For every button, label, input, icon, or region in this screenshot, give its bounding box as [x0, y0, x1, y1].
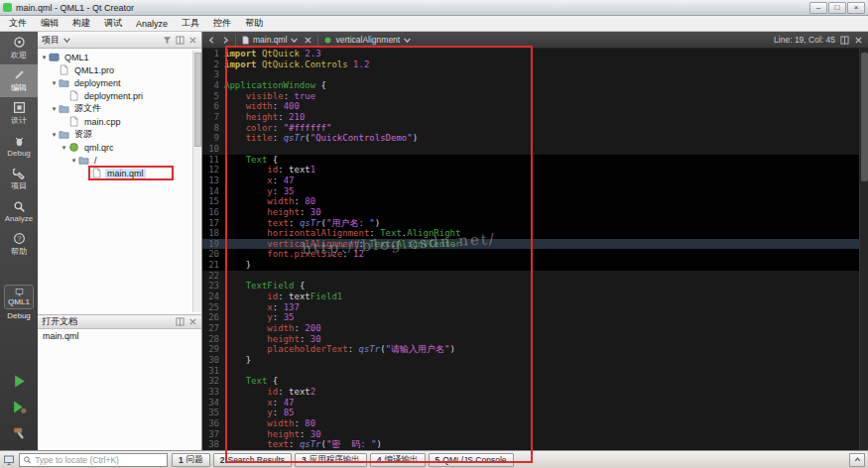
- menu-item-4[interactable]: Analyze: [129, 18, 175, 30]
- code-line-7[interactable]: 7 height: 210: [202, 112, 868, 123]
- code-line-26[interactable]: 26 y: 35: [202, 312, 868, 323]
- code-line-18[interactable]: 18 horizontalAlignment: Text.AlignRight: [202, 228, 868, 239]
- code-line-24[interactable]: 24 id: textField1: [202, 292, 868, 302]
- expand-output-button[interactable]: [849, 453, 865, 467]
- tree-item-main.cpp[interactable]: main.cpp: [38, 115, 201, 128]
- code-line-37[interactable]: 37 height: 30: [202, 429, 868, 440]
- close-editor-icon[interactable]: [854, 36, 863, 45]
- split-editor-icon[interactable]: [840, 36, 849, 45]
- maximize-button[interactable]: □: [828, 2, 846, 14]
- expand-arrow-icon[interactable]: ▾: [50, 131, 59, 138]
- code-line-1[interactable]: 1import QtQuick 2.3: [202, 49, 868, 59]
- code-line-27[interactable]: 27 width: 200: [202, 323, 868, 334]
- code-line-35[interactable]: 35 y: 85: [202, 408, 868, 418]
- mode-welcome[interactable]: 欢迎: [0, 32, 38, 64]
- build-button[interactable]: [12, 425, 27, 440]
- menu-item-6[interactable]: 控件: [206, 16, 238, 31]
- tree-item-资源[interactable]: ▾资源: [38, 128, 201, 141]
- code-line-32[interactable]: 32 Text {: [202, 376, 868, 387]
- pane-button-qml-js-console[interactable]: 5QML/JS Console: [429, 453, 514, 467]
- code-line-23[interactable]: 23 TextField {: [202, 281, 868, 292]
- menu-item-1[interactable]: 编辑: [34, 16, 65, 31]
- open-doc-main.qml[interactable]: main.qml: [38, 329, 201, 342]
- tree-item-main.qml[interactable]: main.qml: [38, 167, 201, 179]
- split-panel-icon[interactable]: [176, 36, 185, 45]
- menu-item-7[interactable]: 帮助: [238, 16, 270, 31]
- close-document-icon[interactable]: [304, 36, 312, 45]
- debug-run-button[interactable]: [12, 400, 27, 414]
- close-panel-icon[interactable]: [188, 317, 197, 326]
- code-line-13[interactable]: 13 x: 47: [202, 176, 868, 186]
- pane-button-application-output[interactable]: 3应用程序输出: [295, 453, 367, 467]
- tree-item-deployment.pri[interactable]: deployment.pri: [38, 89, 201, 102]
- code-line-29[interactable]: 29 placeholderText: qsTr("请输入用户名"): [202, 344, 868, 355]
- code-line-38[interactable]: 38 text: qsTr("密 码: "): [202, 439, 868, 450]
- menu-item-5[interactable]: 工具: [175, 16, 206, 31]
- run-button[interactable]: [12, 374, 27, 389]
- code-line-11[interactable]: 11 Text {: [202, 155, 868, 166]
- code-line-17[interactable]: 17 text: qsTr("用户名: "): [202, 218, 868, 229]
- expand-arrow-icon[interactable]: ▾: [40, 54, 49, 60]
- close-button[interactable]: ×: [847, 2, 865, 14]
- kit-selector[interactable]: QML1 Debug: [0, 285, 38, 320]
- close-panel-icon[interactable]: [188, 36, 197, 45]
- mode-projects[interactable]: 项目: [0, 163, 38, 195]
- forward-icon[interactable]: [221, 36, 230, 45]
- tree-scrollbar[interactable]: [192, 51, 201, 312]
- tree-scrollbar-thumb[interactable]: [194, 53, 201, 147]
- code-line-3[interactable]: 3: [202, 69, 868, 80]
- code-line-22[interactable]: 22: [202, 271, 868, 282]
- code-line-15[interactable]: 15 width: 80: [202, 196, 868, 207]
- tree-item-deployment[interactable]: ▾deployment: [38, 76, 201, 89]
- code-line-8[interactable]: 8 color: "#ffffff": [202, 123, 868, 134]
- code-line-36[interactable]: 36 width: 80: [202, 418, 868, 429]
- editor-scrollbar[interactable]: [859, 49, 868, 450]
- minimize-button[interactable]: –: [809, 2, 827, 14]
- code-line-21[interactable]: 21 }: [202, 260, 868, 271]
- locator-input[interactable]: [35, 455, 164, 465]
- tree-item-源文件[interactable]: ▾源文件: [38, 102, 201, 115]
- code-line-16[interactable]: 16 height: 30: [202, 207, 868, 218]
- menu-item-2[interactable]: 构建: [65, 16, 97, 31]
- code-line-30[interactable]: 30 }: [202, 355, 868, 366]
- open-file-combo[interactable]: main.qml: [241, 35, 299, 45]
- code-line-28[interactable]: 28 height: 30: [202, 334, 868, 345]
- code-line-31[interactable]: 31: [202, 366, 868, 377]
- code-line-4[interactable]: 4ApplicationWindow {: [202, 80, 868, 91]
- mode-design[interactable]: 设计: [0, 97, 38, 130]
- code-line-5[interactable]: 5 visible: true: [202, 91, 868, 102]
- filter-icon[interactable]: [163, 36, 172, 45]
- expand-arrow-icon[interactable]: ▾: [69, 157, 78, 164]
- mode-debug[interactable]: Debug: [0, 130, 38, 163]
- split-panel-icon[interactable]: [176, 317, 185, 326]
- code-line-14[interactable]: 14 y: 35: [202, 186, 868, 197]
- code-line-2[interactable]: 2import QtQuick.Controls 1.2: [202, 59, 868, 70]
- mode-help[interactable]: ?帮助: [0, 228, 38, 261]
- code-line-6[interactable]: 6 width: 400: [202, 101, 868, 112]
- expand-arrow-icon[interactable]: ▾: [50, 79, 59, 86]
- code-line-10[interactable]: 10: [202, 144, 868, 155]
- pane-button-issues[interactable]: 1问题: [172, 453, 210, 467]
- tree-item-QML1[interactable]: ▾QML1: [38, 51, 201, 63]
- code-line-33[interactable]: 33 id: text2: [202, 387, 868, 398]
- pane-button-search-results[interactable]: 2Search Results: [213, 453, 292, 467]
- mode-edit[interactable]: 编辑: [0, 64, 38, 97]
- code-line-20[interactable]: 20 font.pixelSize: 12: [202, 249, 868, 260]
- pane-button-compile-output[interactable]: 4编译输出: [370, 453, 426, 467]
- tree-item-QML1.pro[interactable]: QML1.pro: [38, 63, 201, 76]
- code-line-25[interactable]: 25 x: 137: [202, 302, 868, 313]
- menu-item-0[interactable]: 文件: [2, 16, 34, 31]
- tree-item-qml.qrc[interactable]: ▾qml.qrc: [38, 141, 201, 154]
- menu-item-3[interactable]: 调试: [97, 16, 129, 31]
- output-monitor-icon[interactable]: [3, 454, 15, 466]
- code-line-19[interactable]: 19 verticalAlignment: Text.AlignVCenter: [202, 239, 868, 250]
- expand-arrow-icon[interactable]: ▾: [50, 105, 59, 112]
- symbol-combo[interactable]: verticalAlignment: [323, 35, 412, 45]
- code-line-34[interactable]: 34 x: 47: [202, 398, 868, 409]
- code-line-9[interactable]: 9 title: qsTr("QuickControlsDemo"): [202, 133, 868, 144]
- expand-arrow-icon[interactable]: ▾: [60, 144, 68, 151]
- back-icon[interactable]: [207, 36, 216, 45]
- mode-analyze[interactable]: Analyze: [0, 195, 38, 228]
- editor-scrollbar-thumb[interactable]: [861, 53, 868, 181]
- panel-dropdown-icon[interactable]: [62, 36, 71, 45]
